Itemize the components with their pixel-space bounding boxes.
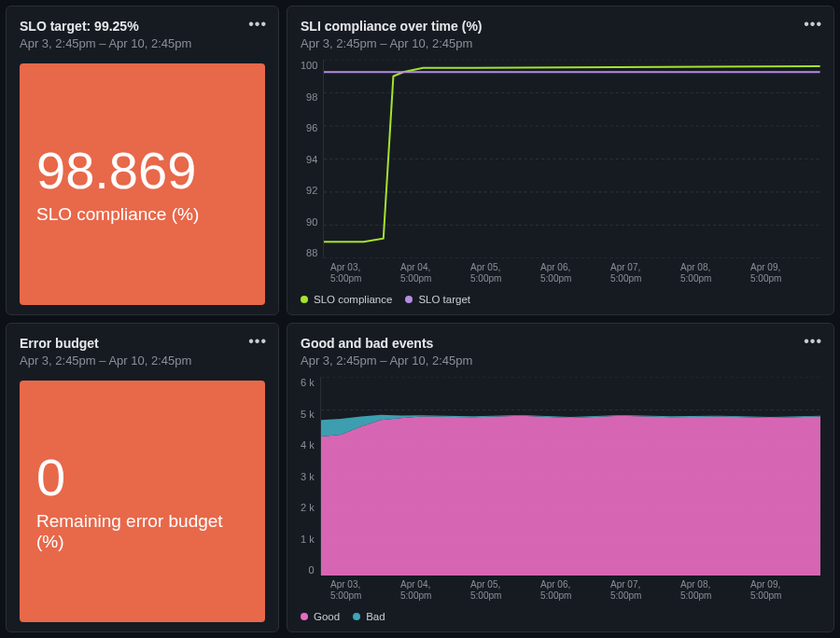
- sli-chart-svg: [324, 60, 820, 258]
- panel-menu-icon[interactable]: •••: [804, 333, 822, 350]
- chart-body: 6 k5 k4 k3 k2 k1 k0 Apr 03,5:00pmApr 04,…: [301, 377, 820, 622]
- panel-subtitle: Apr 3, 2:45pm – Apr 10, 2:45pm: [301, 36, 820, 52]
- panel-header: Error budget Apr 3, 2:45pm – Apr 10, 2:4…: [20, 335, 265, 369]
- panel-menu-icon[interactable]: •••: [248, 16, 267, 33]
- events-chart-svg: [321, 377, 820, 576]
- legend-item[interactable]: Bad: [353, 611, 385, 622]
- panel-slo-target: ••• SLO target: 99.25% Apr 3, 2:45pm – A…: [6, 6, 279, 315]
- legend-label: SLO compliance: [314, 294, 392, 305]
- panel-events: ••• Good and bad events Apr 3, 2:45pm – …: [287, 323, 834, 632]
- legend-label: Good: [314, 611, 340, 622]
- chart-body: 100989694929088 Apr 03,5:00pmApr 04,5:00…: [301, 60, 820, 305]
- dashboard-grid: ••• SLO target: 99.25% Apr 3, 2:45pm – A…: [6, 6, 834, 632]
- panel-menu-icon[interactable]: •••: [804, 16, 822, 33]
- error-budget-caption: Remaining error budget (%): [36, 511, 248, 552]
- panel-subtitle: Apr 3, 2:45pm – Apr 10, 2:45pm: [301, 354, 820, 369]
- y-axis: 6 k5 k4 k3 k2 k1 k0: [301, 377, 320, 576]
- panel-subtitle: Apr 3, 2:45pm – Apr 10, 2:45pm: [20, 354, 265, 369]
- legend-label: Bad: [366, 611, 385, 622]
- legend-item[interactable]: SLO compliance: [301, 294, 392, 305]
- slo-compliance-value: 98.869: [36, 144, 248, 199]
- panel-title: SLO target: 99.25%: [20, 18, 265, 35]
- panel-title: Good and bad events: [301, 335, 820, 352]
- error-budget-value: 0: [36, 451, 248, 506]
- legend-label: SLO target: [418, 294, 470, 305]
- panel-header: Good and bad events Apr 3, 2:45pm – Apr …: [301, 335, 820, 369]
- legend: SLO compliance SLO target: [301, 294, 820, 305]
- error-budget-card: 0 Remaining error budget (%): [20, 381, 265, 622]
- panel-title: Error budget: [20, 335, 265, 352]
- panel-error-budget: ••• Error budget Apr 3, 2:45pm – Apr 10,…: [6, 323, 279, 632]
- legend-item[interactable]: SLO target: [405, 294, 470, 305]
- slo-compliance-card: 98.869 SLO compliance (%): [20, 63, 265, 305]
- legend-dot-icon: [301, 296, 308, 303]
- legend-dot-icon: [353, 613, 360, 620]
- x-axis: Apr 03,5:00pmApr 04,5:00pmApr 05,5:00pmA…: [330, 579, 820, 602]
- sli-plot: [323, 60, 820, 258]
- panel-sli-compliance: ••• SLI compliance over time (%) Apr 3, …: [287, 6, 834, 315]
- slo-compliance-caption: SLO compliance (%): [36, 204, 248, 225]
- panel-menu-icon[interactable]: •••: [248, 333, 267, 350]
- legend: Good Bad: [301, 611, 820, 622]
- panel-subtitle: Apr 3, 2:45pm – Apr 10, 2:45pm: [20, 36, 265, 52]
- legend-dot-icon: [301, 613, 308, 620]
- y-axis: 100989694929088: [301, 60, 323, 258]
- panel-header: SLI compliance over time (%) Apr 3, 2:45…: [301, 18, 820, 52]
- legend-item[interactable]: Good: [301, 611, 340, 622]
- x-axis: Apr 03,5:00pmApr 04,5:00pmApr 05,5:00pmA…: [330, 262, 820, 284]
- panel-header: SLO target: 99.25% Apr 3, 2:45pm – Apr 1…: [20, 18, 265, 52]
- events-plot: [320, 377, 820, 576]
- panel-title: SLI compliance over time (%): [301, 18, 820, 35]
- legend-dot-icon: [405, 296, 413, 303]
